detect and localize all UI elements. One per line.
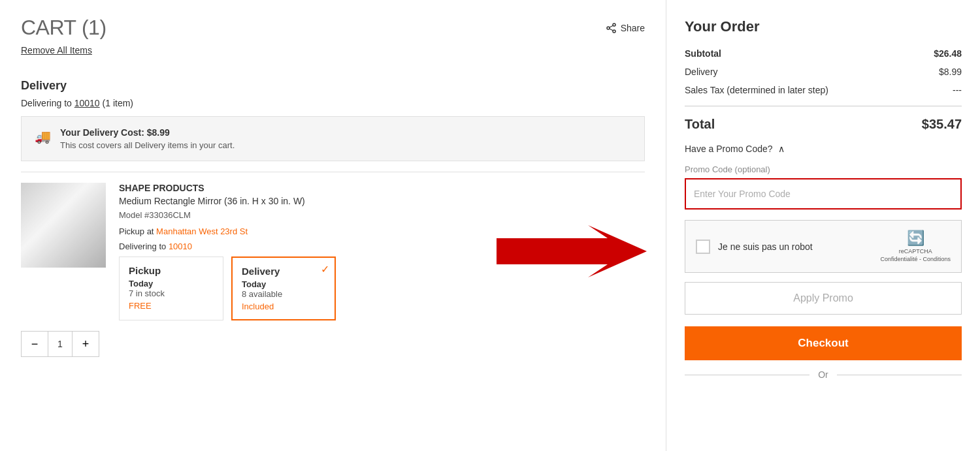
order-divider [685, 106, 962, 106]
product-brand: SHAPE PRODUCTS [119, 183, 645, 193]
chevron-up-icon: ∧ [778, 144, 785, 154]
tax-value: --- [953, 85, 962, 95]
delivery-section-title: Delivery [21, 79, 645, 93]
delivery-cost-box: 🚚 Your Delivery Cost: $8.99 This cost co… [21, 116, 645, 161]
qty-value: 1 [48, 332, 73, 356]
delivering-to-info: Delivering to 10010 [119, 241, 645, 251]
captcha-box[interactable]: Je ne suis pas un robot 🔄 reCAPTCHA Conf… [685, 220, 962, 273]
svg-line-4 [609, 29, 612, 31]
cart-header: CART (1) Share [21, 16, 645, 40]
captcha-label: Je ne suis pas un robot [718, 241, 872, 252]
quantity-control: − 1 + [21, 331, 99, 357]
product-image [21, 183, 106, 268]
product-model: Model #33036CLM [119, 210, 645, 220]
pickup-stock: 7 in stock [129, 288, 214, 298]
product-row: SHAPE PRODUCTS Medium Rectangle Mirror (… [21, 183, 645, 320]
delivering-to-label2: Delivering to [119, 241, 166, 251]
qty-increase-button[interactable]: + [73, 332, 99, 356]
pickup-label: Pickup at [119, 226, 154, 236]
pickup-price: FREE [129, 301, 214, 311]
share-button[interactable]: Share [606, 23, 645, 33]
recaptcha-links: Confidentialité - Conditions [880, 256, 951, 264]
delivery-option[interactable]: ✓ Delivery Today 8 available Included [231, 257, 336, 320]
zip-code-link[interactable]: 10010 [74, 98, 100, 108]
promo-label: Promo Code (optional) [685, 164, 962, 174]
product-name: Medium Rectangle Mirror (36 in. H x 30 i… [119, 196, 645, 206]
delivery-when: Today [242, 279, 325, 289]
delivery-cost-label: Your Delivery Cost: $8.99 [60, 127, 235, 138]
svg-line-3 [609, 25, 612, 27]
tax-label: Sales Tax (determined in later step) [685, 85, 828, 95]
truck-icon: 🚚 [35, 129, 51, 144]
delivery-cost-sub: This cost covers all Delivery items in y… [60, 140, 235, 150]
product-details: SHAPE PRODUCTS Medium Rectangle Mirror (… [119, 183, 645, 320]
subtotal-label: Subtotal [685, 48, 721, 59]
main-content: CART (1) Share Remove All Items Delivery… [0, 0, 666, 451]
subtotal-value: $26.48 [934, 48, 962, 59]
promo-optional-text: (optional) [735, 164, 770, 174]
shipping-options: Pickup Today 7 in stock FREE ✓ Delivery … [119, 257, 645, 320]
promo-toggle-label: Have a Promo Code? [685, 144, 773, 154]
order-sidebar: Your Order Subtotal $26.48 Delivery $8.9… [666, 0, 980, 451]
promo-code-input[interactable] [685, 178, 962, 210]
recaptcha-logo: 🔄 reCAPTCHA Confidentialité - Conditions [880, 230, 951, 263]
total-value: $35.47 [922, 117, 962, 132]
share-icon [606, 23, 617, 33]
recaptcha-text: reCAPTCHA Confidentialité - Conditions [880, 248, 951, 263]
delivering-zip-link[interactable]: 10010 [169, 241, 192, 251]
qty-decrease-button[interactable]: − [22, 332, 48, 356]
apply-promo-button[interactable]: Apply Promo [685, 282, 962, 315]
promo-code-section: Promo Code (optional) [685, 164, 962, 210]
delivering-to-label: Delivering to [21, 98, 72, 108]
delivery-line: Delivery $8.99 [685, 67, 962, 77]
checkout-button[interactable]: Checkout [685, 326, 962, 360]
tax-line: Sales Tax (determined in later step) --- [685, 85, 962, 95]
svg-point-1 [613, 30, 615, 33]
order-total-line: Total $35.47 [685, 117, 962, 132]
recaptcha-brand: reCAPTCHA [880, 248, 951, 256]
pickup-when: Today [129, 279, 214, 288]
or-divider: Or [685, 369, 962, 380]
cart-title-text: CART [21, 16, 76, 39]
pickup-type: Pickup [129, 265, 214, 276]
delivery-price: Included [242, 302, 325, 311]
product-pickup: Pickup at Manhattan West 23rd St [119, 226, 645, 236]
promo-toggle-button[interactable]: Have a Promo Code? ∧ [685, 144, 785, 154]
section-divider [21, 172, 645, 172]
delivery-value: $8.99 [939, 67, 962, 77]
delivery-label: Delivery [685, 67, 718, 77]
delivery-availability: 8 available [242, 289, 325, 299]
delivery-type: Delivery [242, 266, 325, 277]
share-label: Share [621, 23, 645, 33]
page-title: CART (1) [21, 16, 106, 40]
pickup-location-link[interactable]: Manhattan West 23rd St [156, 226, 248, 236]
captcha-checkbox[interactable] [696, 240, 710, 254]
total-label: Total [685, 117, 715, 132]
promo-code-label-text: Promo Code [685, 164, 732, 174]
svg-point-0 [613, 23, 615, 26]
svg-point-2 [607, 27, 610, 29]
recaptcha-icon: 🔄 [907, 230, 924, 247]
pickup-option[interactable]: Pickup Today 7 in stock FREE [119, 257, 223, 320]
item-count: (1 item) [103, 98, 133, 108]
delivery-info: Delivering to 10010 (1 item) [21, 98, 645, 108]
order-title: Your Order [685, 18, 962, 35]
remove-all-button[interactable]: Remove All Items [21, 45, 92, 55]
cart-count: (1) [82, 16, 106, 39]
subtotal-line: Subtotal $26.48 [685, 48, 962, 59]
selected-checkmark: ✓ [321, 263, 329, 275]
